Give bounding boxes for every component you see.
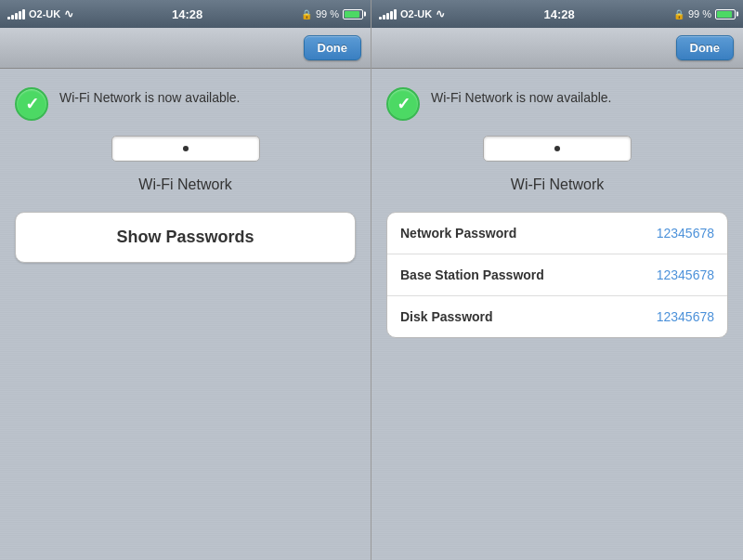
nav-bar-left: Done [0,28,371,69]
password-dot-right [554,146,560,151]
disk-password-value: 12345678 [657,309,714,324]
status-bar-left: O2-UK ∿ 14:28 🔒 99 % [0,0,371,28]
network-name-right: Wi-Fi Network [386,176,728,193]
signal-bar-r5 [394,9,397,20]
carrier-label: O2-UK [29,8,60,20]
wifi-icon: ∿ [64,7,73,20]
signal-bar-5 [22,9,25,20]
battery-fill-right [717,11,732,18]
signal-bars-right [379,8,397,20]
check-circle-left: ✓ [15,87,48,121]
check-circle-right: ✓ [386,87,420,121]
status-right: 🔒 99 % [301,8,363,20]
check-mark-right: ✓ [397,96,411,112]
password-input-right[interactable] [483,136,632,162]
done-button-right[interactable]: Done [676,35,735,60]
done-button-left[interactable]: Done [304,35,362,60]
password-row-base: Base Station Password 12345678 [387,254,727,296]
base-station-password-value: 12345678 [657,267,714,282]
content-left: ✓ Wi-Fi Network is now available. Wi-Fi … [0,69,371,560]
password-row-disk: Disk Password 12345678 [387,296,727,337]
battery-pct: 99 % [316,8,339,20]
base-station-password-label: Base Station Password [400,267,544,282]
signal-bar-3 [15,13,18,20]
status-bar-right: O2-UK ∿ 14:28 🔒 99 % [372,0,743,28]
password-list: Network Password 12345678 Base Station P… [386,212,728,338]
password-input-left[interactable] [111,136,260,162]
signal-bar-2 [11,15,14,20]
content-right: ✓ Wi-Fi Network is now available. Wi-Fi … [372,69,743,560]
signal-bar-r4 [390,11,393,20]
lock-icon: 🔒 [301,9,312,20]
status-left-right: O2-UK ∿ [379,7,445,20]
signal-bar-4 [19,11,21,20]
show-passwords-button[interactable]: Show Passwords [15,212,356,263]
carrier-label-right: O2-UK [400,8,432,20]
battery-icon [343,9,363,20]
time-display: 14:28 [172,7,202,21]
network-password-label: Network Password [400,226,516,241]
notification-row-left: ✓ Wi-Fi Network is now available. [15,87,356,121]
network-password-value: 12345678 [657,226,714,241]
signal-bars [7,8,25,20]
notification-text-right: Wi-Fi Network is now available. [431,87,612,108]
signal-bar-r2 [383,15,385,20]
time-display-right: 14:28 [543,7,574,21]
left-panel: O2-UK ∿ 14:28 🔒 99 % Done ✓ Wi-Fi Networ… [0,0,372,560]
password-dot [183,146,189,151]
wifi-icon-right: ∿ [436,7,445,20]
disk-password-label: Disk Password [400,309,493,324]
status-left: O2-UK ∿ [7,7,73,20]
battery-pct-right: 99 % [688,8,711,20]
check-mark-left: ✓ [25,96,39,112]
password-row-network: Network Password 12345678 [387,213,727,254]
right-panel: O2-UK ∿ 14:28 🔒 99 % Done ✓ Wi-Fi Networ… [372,0,743,560]
signal-bar-1 [7,17,10,20]
battery-fill [345,11,359,18]
signal-bar-r1 [379,17,382,20]
status-right-right: 🔒 99 % [673,8,736,20]
signal-bar-r3 [386,13,389,20]
notification-row-right: ✓ Wi-Fi Network is now available. [386,87,728,121]
nav-bar-right: Done [372,28,743,69]
notification-text-left: Wi-Fi Network is now available. [59,87,241,108]
input-container-right [386,136,728,162]
battery-icon-right [715,9,736,20]
input-container-left [15,136,356,162]
network-name-left: Wi-Fi Network [15,176,356,193]
lock-icon-right: 🔒 [673,9,684,20]
